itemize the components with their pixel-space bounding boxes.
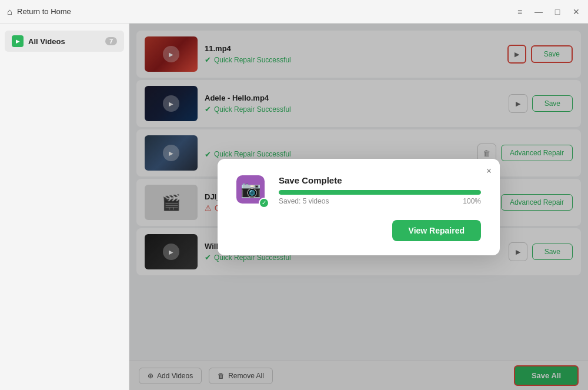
close-button[interactable]: ✕ — [572, 7, 581, 16]
title-bar-controls: ≡ — □ ✕ — [515, 7, 581, 16]
saved-text: Saved: 5 videos — [279, 197, 329, 205]
modal-header: 📷 ✓ Save Complete Saved: 5 videos 100% — [236, 175, 481, 208]
home-icon: ⌂ — [7, 6, 12, 16]
sidebar-item-all-videos[interactable]: All Videos 7 — [5, 31, 124, 52]
sidebar-all-videos-label: All Videos — [28, 37, 65, 46]
app-body: All Videos 7 ▶ 11.mp4 ✔ Quick Repair Suc… — [0, 24, 588, 390]
menu-button[interactable]: ≡ — [515, 7, 524, 16]
modal-icon-wrapper: 📷 ✓ — [236, 175, 269, 208]
progress-bar-wrap — [279, 190, 481, 195]
modal-close-button[interactable]: × — [486, 166, 492, 176]
view-repaired-button[interactable]: View Repaired — [392, 220, 481, 241]
sidebar-video-count: 7 — [105, 37, 117, 45]
check-badge-icon: ✓ — [259, 198, 269, 208]
modal-title: Save Complete — [279, 175, 481, 185]
progress-percent: 100% — [463, 197, 481, 205]
progress-bar-fill — [279, 190, 481, 195]
title-bar-left: ⌂ Return to Home — [7, 6, 71, 16]
modal-overlay: × 📷 ✓ Save Complete — [129, 24, 588, 390]
modal-text: Save Complete Saved: 5 videos 100% — [279, 175, 481, 205]
progress-info: Saved: 5 videos 100% — [279, 197, 481, 205]
modal-footer: View Repaired — [236, 220, 481, 241]
sidebar: All Videos 7 — [0, 24, 129, 390]
title-bar: ⌂ Return to Home ≡ — □ ✕ — [0, 0, 588, 24]
return-home-label[interactable]: Return to Home — [17, 7, 71, 16]
sidebar-all-videos-icon — [12, 35, 24, 47]
modal-body: 📷 ✓ Save Complete Saved: 5 videos 100% — [236, 175, 481, 241]
minimize-button[interactable]: — — [534, 7, 543, 16]
maximize-button[interactable]: □ — [553, 7, 562, 16]
save-complete-modal: × 📷 ✓ Save Complete — [218, 159, 500, 255]
